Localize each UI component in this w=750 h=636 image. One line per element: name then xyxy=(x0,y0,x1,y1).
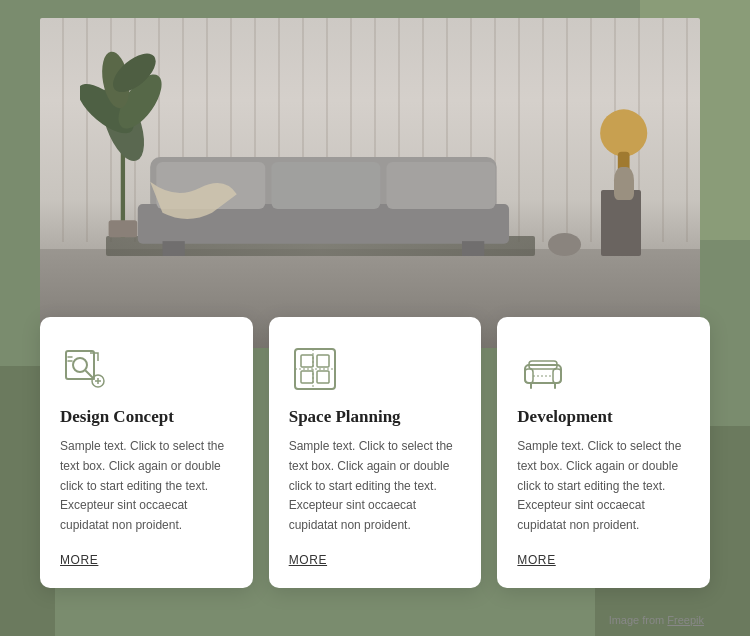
card-development[interactable]: Development Sample text. Click to select… xyxy=(497,317,710,588)
card-design-concept[interactable]: Design Concept Sample text. Click to sel… xyxy=(40,317,253,588)
svg-rect-12 xyxy=(163,241,185,256)
card-development-title: Development xyxy=(517,407,690,427)
cards-section: Design Concept Sample text. Click to sel… xyxy=(40,317,710,588)
card-space-planning-more[interactable]: MORE xyxy=(289,553,327,567)
card-design-concept-text: Sample text. Click to select the text bo… xyxy=(60,437,233,536)
svg-rect-25 xyxy=(301,355,313,367)
svg-point-17 xyxy=(73,358,87,372)
card-design-concept-title: Design Concept xyxy=(60,407,233,427)
card-space-planning[interactable]: Space Planning Sample text. Click to sel… xyxy=(269,317,482,588)
design-concept-icon xyxy=(60,343,112,395)
space-planning-icon xyxy=(289,343,341,395)
card-space-planning-text: Sample text. Click to select the text bo… xyxy=(289,437,462,536)
svg-rect-13 xyxy=(462,241,484,256)
svg-rect-27 xyxy=(301,371,313,383)
card-space-planning-title: Space Planning xyxy=(289,407,462,427)
svg-rect-28 xyxy=(317,371,329,383)
image-credit-text: Image from xyxy=(609,614,668,626)
hero-image xyxy=(40,18,700,348)
image-credit: Image from Freepik xyxy=(609,614,704,626)
card-development-more[interactable]: MORE xyxy=(517,553,555,567)
svg-point-14 xyxy=(601,109,648,156)
svg-rect-10 xyxy=(272,162,381,209)
card-development-text: Sample text. Click to select the text bo… xyxy=(517,437,690,536)
svg-rect-11 xyxy=(387,162,496,209)
development-icon xyxy=(517,343,569,395)
image-credit-link[interactable]: Freepik xyxy=(667,614,704,626)
card-design-concept-more[interactable]: MORE xyxy=(60,553,98,567)
svg-rect-26 xyxy=(317,355,329,367)
svg-rect-31 xyxy=(525,365,561,383)
